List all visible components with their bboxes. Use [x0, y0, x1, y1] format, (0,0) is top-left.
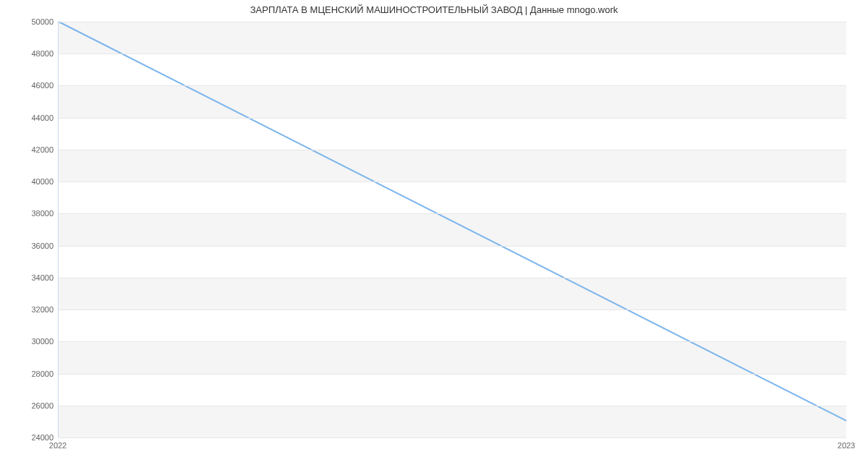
gridline: [59, 309, 846, 310]
gridline: [59, 213, 846, 214]
y-axis-label: 32000: [3, 305, 54, 314]
gridline: [59, 406, 846, 406]
y-axis-label: 42000: [3, 145, 54, 154]
y-axis-label: 26000: [3, 401, 54, 410]
y-axis-label: 36000: [3, 242, 54, 250]
gridline: [59, 278, 846, 278]
gridline: [59, 246, 846, 247]
salary-chart: ЗАРПЛАТА В МЦЕНСКИЙ МАШИНОСТРОИТЕЛЬНЫЙ З…: [0, 0, 868, 470]
x-axis-label: 2022: [49, 441, 67, 450]
gridline: [59, 22, 846, 22]
gridline: [59, 374, 846, 375]
gridline: [59, 150, 846, 150]
y-axis-label: 46000: [3, 81, 54, 90]
chart-title: ЗАРПЛАТА В МЦЕНСКИЙ МАШИНОСТРОИТЕЛЬНЫЙ З…: [0, 4, 868, 15]
gridline: [59, 85, 846, 86]
gridline: [59, 118, 846, 119]
x-axis-label: 2023: [838, 441, 855, 450]
y-axis-label: 44000: [3, 114, 54, 122]
gridline: [59, 54, 846, 54]
y-axis-label: 30000: [3, 337, 54, 346]
y-axis-label: 40000: [3, 177, 54, 186]
line-series: [59, 22, 846, 437]
y-axis-label: 48000: [3, 49, 54, 58]
y-axis-label: 38000: [3, 209, 54, 218]
y-axis-label: 50000: [3, 17, 54, 26]
y-axis-label: 28000: [3, 369, 54, 378]
y-axis-label: 34000: [3, 273, 54, 282]
gridline: [59, 341, 846, 342]
y-axis-label: 24000: [3, 433, 54, 442]
gridline: [59, 437, 846, 438]
plot-area: [58, 22, 846, 437]
data-line: [59, 22, 846, 421]
gridline: [59, 181, 846, 182]
